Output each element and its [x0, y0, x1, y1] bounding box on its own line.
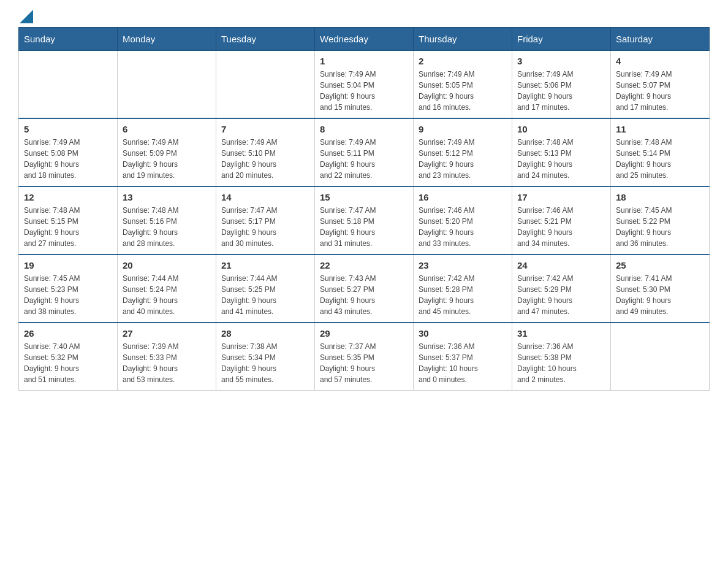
calendar-cell: 1Sunrise: 7:49 AMSunset: 5:04 PMDaylight… [315, 51, 414, 119]
day-number: 16 [419, 192, 507, 202]
weekday-header-tuesday: Tuesday [216, 28, 315, 51]
logo [18, 12, 33, 21]
calendar-cell: 31Sunrise: 7:36 AMSunset: 5:38 PMDayligh… [512, 323, 611, 391]
day-number: 23 [419, 260, 507, 270]
calendar-cell: 28Sunrise: 7:38 AMSunset: 5:34 PMDayligh… [216, 323, 315, 391]
day-info: Sunrise: 7:48 AMSunset: 5:13 PMDaylight:… [517, 137, 605, 181]
calendar-cell: 25Sunrise: 7:41 AMSunset: 5:30 PMDayligh… [611, 255, 710, 323]
calendar-cell: 6Sunrise: 7:49 AMSunset: 5:09 PMDaylight… [118, 118, 216, 186]
day-info: Sunrise: 7:45 AMSunset: 5:22 PMDaylight:… [616, 205, 704, 249]
day-info: Sunrise: 7:48 AMSunset: 5:15 PMDaylight:… [24, 205, 112, 249]
weekday-header-saturday: Saturday [611, 28, 710, 51]
day-number: 26 [24, 328, 112, 339]
day-number: 31 [517, 328, 605, 339]
day-number: 4 [616, 56, 704, 66]
day-number: 15 [320, 192, 408, 202]
day-info: Sunrise: 7:39 AMSunset: 5:33 PMDaylight:… [123, 341, 211, 385]
day-info: Sunrise: 7:37 AMSunset: 5:35 PMDaylight:… [320, 341, 408, 385]
day-info: Sunrise: 7:49 AMSunset: 5:12 PMDaylight:… [419, 137, 507, 181]
calendar-cell: 15Sunrise: 7:47 AMSunset: 5:18 PMDayligh… [315, 186, 414, 255]
day-info: Sunrise: 7:46 AMSunset: 5:21 PMDaylight:… [517, 205, 605, 249]
day-info: Sunrise: 7:48 AMSunset: 5:14 PMDaylight:… [616, 137, 704, 181]
day-number: 7 [221, 124, 309, 134]
day-number: 17 [517, 192, 605, 202]
day-number: 12 [24, 192, 112, 202]
day-info: Sunrise: 7:42 AMSunset: 5:28 PMDaylight:… [419, 273, 507, 317]
day-number: 19 [24, 260, 112, 270]
day-number: 5 [24, 124, 112, 134]
calendar-cell: 12Sunrise: 7:48 AMSunset: 5:15 PMDayligh… [19, 186, 118, 255]
calendar-cell [19, 51, 118, 119]
calendar-cell: 21Sunrise: 7:44 AMSunset: 5:25 PMDayligh… [216, 255, 315, 323]
calendar-cell: 26Sunrise: 7:40 AMSunset: 5:32 PMDayligh… [19, 323, 118, 391]
day-info: Sunrise: 7:38 AMSunset: 5:34 PMDaylight:… [221, 341, 309, 385]
calendar-cell: 7Sunrise: 7:49 AMSunset: 5:10 PMDaylight… [216, 118, 315, 186]
day-number: 6 [123, 124, 211, 134]
calendar-cell: 30Sunrise: 7:36 AMSunset: 5:37 PMDayligh… [414, 323, 512, 391]
calendar-cell: 9Sunrise: 7:49 AMSunset: 5:12 PMDaylight… [414, 118, 512, 186]
day-number: 8 [320, 124, 408, 134]
day-info: Sunrise: 7:40 AMSunset: 5:32 PMDaylight:… [24, 341, 112, 385]
calendar-cell: 2Sunrise: 7:49 AMSunset: 5:05 PMDaylight… [414, 51, 512, 119]
day-info: Sunrise: 7:48 AMSunset: 5:16 PMDaylight:… [123, 205, 211, 249]
day-info: Sunrise: 7:44 AMSunset: 5:24 PMDaylight:… [123, 273, 211, 317]
day-info: Sunrise: 7:49 AMSunset: 5:05 PMDaylight:… [419, 69, 507, 113]
calendar-cell: 3Sunrise: 7:49 AMSunset: 5:06 PMDaylight… [512, 51, 611, 119]
calendar-cell: 4Sunrise: 7:49 AMSunset: 5:07 PMDaylight… [611, 51, 710, 119]
day-info: Sunrise: 7:49 AMSunset: 5:11 PMDaylight:… [320, 137, 408, 181]
day-number: 14 [221, 192, 309, 202]
day-number: 21 [221, 260, 309, 270]
day-info: Sunrise: 7:49 AMSunset: 5:08 PMDaylight:… [24, 137, 112, 181]
calendar-week-row: 1Sunrise: 7:49 AMSunset: 5:04 PMDaylight… [19, 51, 710, 119]
calendar-cell: 13Sunrise: 7:48 AMSunset: 5:16 PMDayligh… [118, 186, 216, 255]
page-header [18, 12, 710, 21]
calendar-header-row: SundayMondayTuesdayWednesdayThursdayFrid… [19, 28, 710, 51]
calendar-week-row: 12Sunrise: 7:48 AMSunset: 5:15 PMDayligh… [19, 186, 710, 255]
day-number: 28 [221, 328, 309, 339]
day-info: Sunrise: 7:49 AMSunset: 5:04 PMDaylight:… [320, 69, 408, 113]
calendar-cell: 17Sunrise: 7:46 AMSunset: 5:21 PMDayligh… [512, 186, 611, 255]
day-number: 11 [616, 124, 704, 134]
calendar-cell: 19Sunrise: 7:45 AMSunset: 5:23 PMDayligh… [19, 255, 118, 323]
day-number: 13 [123, 192, 211, 202]
svg-marker-0 [20, 10, 33, 23]
calendar-cell [216, 51, 315, 119]
day-info: Sunrise: 7:42 AMSunset: 5:29 PMDaylight:… [517, 273, 605, 317]
day-info: Sunrise: 7:45 AMSunset: 5:23 PMDaylight:… [24, 273, 112, 317]
day-info: Sunrise: 7:36 AMSunset: 5:37 PMDaylight:… [419, 341, 507, 385]
day-number: 9 [419, 124, 507, 134]
calendar-cell: 27Sunrise: 7:39 AMSunset: 5:33 PMDayligh… [118, 323, 216, 391]
calendar-cell: 5Sunrise: 7:49 AMSunset: 5:08 PMDaylight… [19, 118, 118, 186]
day-number: 1 [320, 56, 408, 66]
weekday-header-monday: Monday [118, 28, 216, 51]
day-number: 27 [123, 328, 211, 339]
weekday-header-wednesday: Wednesday [315, 28, 414, 51]
day-info: Sunrise: 7:43 AMSunset: 5:27 PMDaylight:… [320, 273, 408, 317]
calendar-cell: 16Sunrise: 7:46 AMSunset: 5:20 PMDayligh… [414, 186, 512, 255]
weekday-header-sunday: Sunday [19, 28, 118, 51]
calendar-cell: 8Sunrise: 7:49 AMSunset: 5:11 PMDaylight… [315, 118, 414, 186]
day-number: 2 [419, 56, 507, 66]
day-info: Sunrise: 7:49 AMSunset: 5:06 PMDaylight:… [517, 69, 605, 113]
calendar-cell [611, 323, 710, 391]
day-number: 24 [517, 260, 605, 270]
weekday-header-friday: Friday [512, 28, 611, 51]
calendar-table: SundayMondayTuesdayWednesdayThursdayFrid… [18, 27, 710, 391]
day-number: 22 [320, 260, 408, 270]
day-info: Sunrise: 7:44 AMSunset: 5:25 PMDaylight:… [221, 273, 309, 317]
calendar-week-row: 26Sunrise: 7:40 AMSunset: 5:32 PMDayligh… [19, 323, 710, 391]
calendar-week-row: 19Sunrise: 7:45 AMSunset: 5:23 PMDayligh… [19, 255, 710, 323]
calendar-cell: 11Sunrise: 7:48 AMSunset: 5:14 PMDayligh… [611, 118, 710, 186]
calendar-week-row: 5Sunrise: 7:49 AMSunset: 5:08 PMDaylight… [19, 118, 710, 186]
calendar-cell: 10Sunrise: 7:48 AMSunset: 5:13 PMDayligh… [512, 118, 611, 186]
calendar-cell: 23Sunrise: 7:42 AMSunset: 5:28 PMDayligh… [414, 255, 512, 323]
day-info: Sunrise: 7:49 AMSunset: 5:07 PMDaylight:… [616, 69, 704, 113]
day-number: 29 [320, 328, 408, 339]
calendar-cell: 14Sunrise: 7:47 AMSunset: 5:17 PMDayligh… [216, 186, 315, 255]
calendar-cell: 18Sunrise: 7:45 AMSunset: 5:22 PMDayligh… [611, 186, 710, 255]
day-info: Sunrise: 7:49 AMSunset: 5:09 PMDaylight:… [123, 137, 211, 181]
day-info: Sunrise: 7:36 AMSunset: 5:38 PMDaylight:… [517, 341, 605, 385]
day-info: Sunrise: 7:47 AMSunset: 5:17 PMDaylight:… [221, 205, 309, 249]
day-info: Sunrise: 7:41 AMSunset: 5:30 PMDaylight:… [616, 273, 704, 317]
day-number: 3 [517, 56, 605, 66]
